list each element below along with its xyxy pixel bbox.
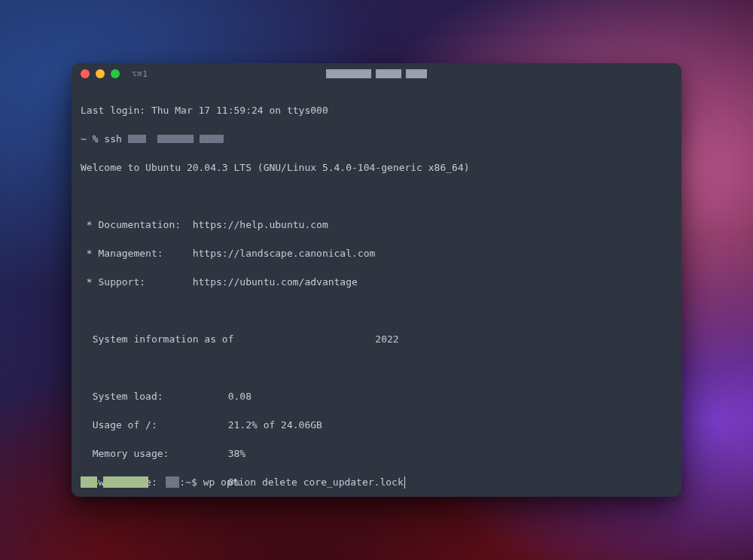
prompt-path-redacted: [166, 476, 179, 488]
prompt-user-redacted: [81, 476, 97, 488]
command-input[interactable]: wp option delete core_updater.lock: [203, 475, 404, 489]
prompt-line[interactable]: :~$ wp option delete core_updater.lock: [81, 475, 672, 489]
stat-system-load: System load: 0.08: [81, 389, 672, 403]
prompt-suffix: :~$: [179, 475, 203, 489]
last-login-line: Last login: Thu Mar 17 11:59:24 on ttys0…: [81, 103, 672, 117]
stat-usage: Usage of /: 21.2% of 24.06GB: [81, 418, 672, 432]
doc-link: * Documentation: https://help.ubuntu.com: [81, 218, 672, 232]
terminal-window: ⌥⌘1 Last login: Thu Mar 17 11:59:24 on t…: [72, 63, 681, 497]
sysinfo-header: System information as of 2022: [81, 332, 672, 346]
minimize-button[interactable]: [96, 69, 105, 78]
titlebar: ⌥⌘1: [72, 63, 681, 84]
terminal-output[interactable]: Last login: Thu Mar 17 11:59:24 on ttys0…: [72, 84, 681, 497]
title-redacted: [326, 69, 427, 78]
ssh-prompt-text: ~ % ssh: [81, 133, 128, 145]
close-button[interactable]: [81, 69, 90, 78]
maximize-button[interactable]: [111, 69, 120, 78]
support-link: * Support: https://ubuntu.com/advantage: [81, 275, 672, 289]
cursor: [404, 476, 405, 488]
ssh-line: ~ % ssh: [81, 132, 672, 146]
stat-memory: Memory usage: 38%: [81, 446, 672, 461]
tab-indicator: ⌥⌘1: [132, 69, 148, 79]
window-controls: [81, 69, 120, 78]
prompt-host-redacted: [103, 476, 148, 488]
welcome-line: Welcome to Ubuntu 20.04.3 LTS (GNU/Linux…: [81, 160, 672, 175]
mgmt-link: * Management: https://landscape.canonica…: [81, 246, 672, 260]
